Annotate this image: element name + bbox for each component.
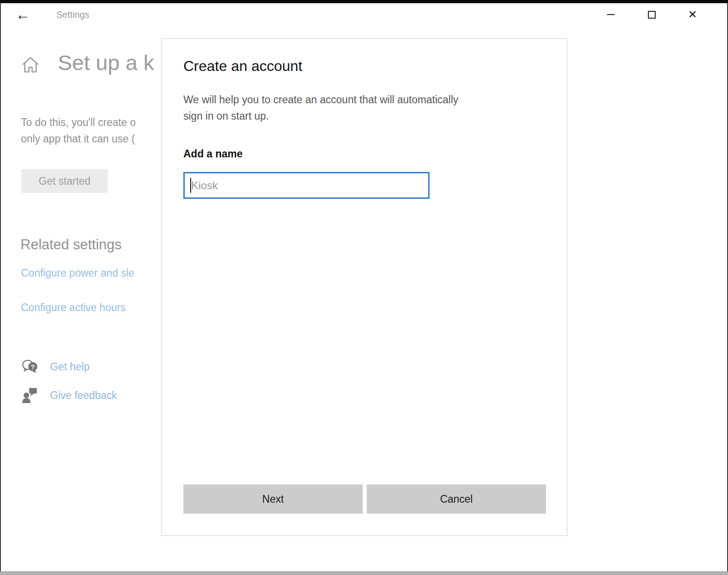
window-left-border	[0, 3, 1, 575]
window-top-edge	[0, 0, 728, 3]
svg-text:?: ?	[31, 363, 35, 371]
get-started-button[interactable]: Get started	[21, 169, 108, 193]
back-button[interactable]: ←	[13, 5, 33, 24]
get-help-icon: ?	[22, 359, 39, 376]
maximize-button[interactable]	[631, 3, 672, 26]
window-title: Settings	[56, 10, 89, 20]
close-icon: ✕	[688, 9, 697, 20]
give-feedback-link[interactable]: Give feedback	[50, 389, 117, 402]
minimize-icon	[607, 14, 615, 15]
dialog-buttons: Next Cancel	[183, 484, 546, 514]
minimize-button[interactable]	[590, 3, 631, 26]
home-icon	[21, 55, 40, 75]
create-account-dialog: Create an account We will help you to cr…	[161, 38, 567, 536]
dialog-description-line1: We will help you to create an account th…	[183, 91, 529, 108]
text-caret	[190, 178, 191, 193]
name-input[interactable]	[183, 172, 430, 199]
dialog-description-line2: sign in on start up.	[183, 108, 529, 124]
dialog-title: Create an account	[183, 58, 303, 75]
taskbar-edge	[0, 571, 728, 575]
back-arrow-icon: ←	[15, 6, 30, 23]
cancel-button[interactable]: Cancel	[367, 484, 546, 514]
name-field-label: Add a name	[183, 148, 243, 160]
settings-window: { "titlebar": { "back_label": "←", "titl…	[0, 0, 728, 575]
dialog-description: We will help you to create an account th…	[183, 91, 529, 124]
maximize-icon	[648, 11, 656, 19]
window-controls: ✕	[590, 3, 713, 26]
link-configure-power-and-sleep[interactable]: Configure power and sle	[21, 267, 134, 279]
get-help-link[interactable]: Get help	[50, 361, 90, 373]
close-button[interactable]: ✕	[672, 3, 713, 26]
give-feedback-icon	[22, 387, 39, 404]
next-button[interactable]: Next	[183, 484, 363, 514]
related-settings-heading: Related settings	[20, 237, 121, 253]
link-configure-active-hours[interactable]: Configure active hours	[21, 302, 126, 314]
